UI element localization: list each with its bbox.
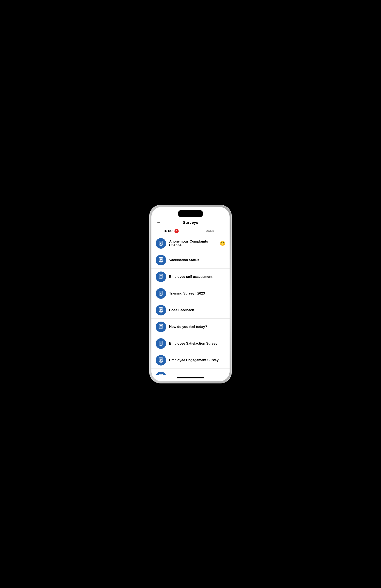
page-header: ← Surveys — [151, 218, 230, 227]
survey-item[interactable]: How do you feel today? — [151, 319, 230, 335]
tab-todo-badge: 9 — [174, 229, 179, 233]
survey-icon — [156, 372, 166, 375]
survey-item[interactable]: Training Survey | 2023 — [151, 285, 230, 302]
svg-point-43 — [160, 312, 160, 312]
svg-point-7 — [160, 245, 160, 245]
svg-point-70 — [160, 361, 160, 362]
survey-icon — [156, 338, 166, 349]
tab-todo[interactable]: TO DO 9 — [151, 227, 191, 235]
survey-item[interactable]: Boss Feedback — [151, 302, 230, 319]
page-title: Surveys — [183, 220, 198, 225]
svg-point-61 — [160, 345, 160, 345]
survey-name: Employee self-assessment — [169, 275, 225, 279]
survey-emoji: 🤫 — [220, 241, 225, 246]
survey-item[interactable]: Employee self-assessment — [151, 269, 230, 285]
phone-frame: ← Surveys TO DO 9 DONE Anonymous Complai… — [149, 205, 232, 383]
home-bar — [177, 377, 204, 378]
tab-done-label: DONE — [206, 229, 214, 232]
tab-todo-label: TO DO — [163, 229, 173, 232]
survey-name: Anonymous Complaints Channel — [169, 240, 218, 247]
survey-name: Boss Feedback — [169, 308, 225, 312]
survey-icon — [156, 355, 166, 365]
survey-icon — [156, 288, 166, 299]
home-indicator — [151, 375, 230, 381]
phone-screen: ← Surveys TO DO 9 DONE Anonymous Complai… — [151, 207, 230, 381]
survey-icon — [156, 322, 166, 332]
survey-icon — [156, 238, 166, 249]
svg-point-71 — [162, 361, 163, 362]
svg-point-62 — [162, 345, 163, 345]
survey-name: Employee Engagement Survey — [169, 358, 225, 362]
survey-name: Training Survey | 2023 — [169, 292, 225, 295]
svg-point-53 — [162, 328, 163, 329]
survey-icon — [156, 255, 166, 265]
survey-item[interactable]: Employee Satisfaction Survey — [151, 335, 230, 352]
dynamic-island — [178, 210, 203, 217]
survey-item[interactable]: Anonymous Complaints Channel🤫 — [151, 235, 230, 252]
svg-point-26 — [162, 278, 163, 279]
survey-item[interactable]: Employee Engagement Survey — [151, 352, 230, 369]
survey-name: Employee Satisfaction Survey — [169, 342, 225, 345]
survey-item[interactable]: Vaccination Status — [151, 252, 230, 269]
svg-point-8 — [162, 245, 163, 245]
tab-done[interactable]: DONE — [191, 227, 230, 235]
tab-bar: TO DO 9 DONE — [151, 227, 230, 235]
survey-icon — [156, 305, 166, 315]
survey-name: Vaccination Status — [169, 258, 225, 262]
svg-point-34 — [160, 295, 160, 295]
svg-point-25 — [160, 278, 160, 279]
back-button[interactable]: ← — [156, 219, 162, 226]
survey-name: How do you feel today? — [169, 325, 225, 329]
svg-point-16 — [160, 261, 160, 262]
survey-list: Anonymous Complaints Channel🤫 Vaccinatio… — [151, 235, 230, 375]
svg-point-17 — [162, 261, 163, 262]
survey-icon — [156, 272, 166, 282]
svg-point-52 — [160, 328, 160, 329]
svg-point-44 — [162, 312, 163, 312]
survey-item[interactable]: Use Of Tools - Test — [151, 369, 230, 375]
svg-point-35 — [162, 295, 163, 295]
